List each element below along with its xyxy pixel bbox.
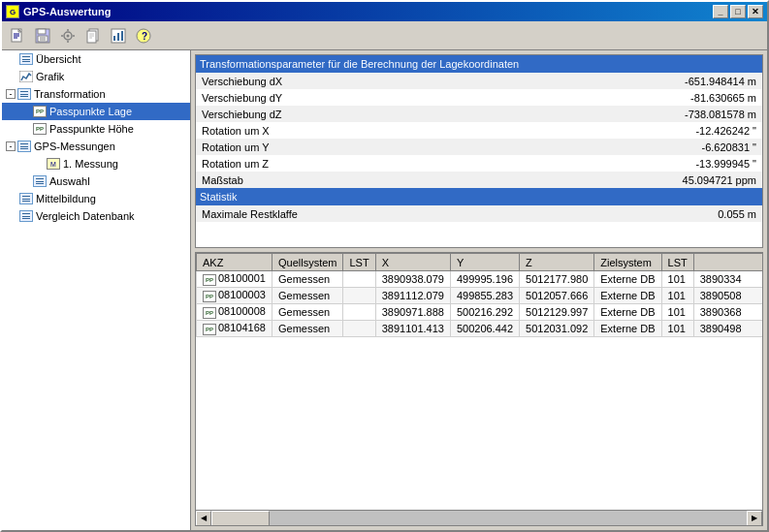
data-table: AKZ Quellsystem LST X Y Z Zielsystem LST	[196, 253, 762, 337]
cell-x: 3891112.079	[375, 288, 450, 304]
sidebar-label-transformation: Transformation	[34, 88, 106, 100]
messung-icon: M	[47, 157, 60, 171]
cell-z: 5012031.092	[520, 321, 594, 337]
cell-z: 5012057.666	[520, 288, 594, 304]
minimize-button[interactable]: _	[713, 5, 728, 18]
svg-rect-17	[87, 31, 96, 43]
svg-rect-27	[19, 71, 33, 82]
col-header-quellsystem[interactable]: Quellsystem	[272, 254, 343, 271]
info-value-roty: -6.620831 "	[701, 141, 756, 153]
sidebar-item-mittelbildung[interactable]: Mittelbildung	[2, 190, 190, 207]
table-row[interactable]: PP08100001Gemessen3890938.079499995.1965…	[197, 271, 763, 288]
col-header-x[interactable]: X	[375, 254, 450, 271]
right-panel: Transformationsparameter für die Berechn…	[191, 50, 767, 530]
gps-messungen-expander[interactable]: -	[6, 141, 16, 151]
info-panel-header: Transformationsparameter für die Berechn…	[196, 55, 762, 73]
svg-text:?: ?	[142, 31, 147, 42]
cell-akz: PP08100008	[197, 304, 272, 321]
cell-extra: 3890368	[693, 304, 762, 321]
col-header-lst[interactable]: LST	[343, 254, 375, 271]
cell-x: 3891101.413	[375, 321, 450, 337]
sidebar-label-grafik: Grafik	[36, 71, 64, 82]
cell-quellsystem: Gemessen	[272, 288, 343, 304]
col-header-extra[interactable]	[693, 254, 762, 271]
sidebar-label-auswahl: Auswahl	[49, 175, 90, 187]
table-row[interactable]: PP08100003Gemessen3891112.079499855.2835…	[197, 288, 763, 304]
table-scroll-wrapper[interactable]: AKZ Quellsystem LST X Y Z Zielsystem LST	[196, 253, 762, 510]
row-pp-icon: PP	[203, 307, 216, 319]
cell-lst2: 101	[661, 304, 693, 321]
cell-lst2: 101	[661, 271, 693, 288]
maximize-button[interactable]: □	[730, 5, 746, 18]
copy-button[interactable]	[81, 25, 105, 47]
auswahl-icon	[33, 174, 47, 188]
sidebar-label-messung-1: 1. Messung	[63, 158, 118, 170]
info-label-dz: Verschiebung dZ	[202, 109, 282, 120]
sidebar-item-messung-1[interactable]: M 1. Messung	[2, 155, 190, 172]
sidebar-item-passpunkte-hoehe[interactable]: PP Passpunkte Höhe	[2, 120, 190, 138]
info-panel: Transformationsparameter für die Berechn…	[195, 54, 763, 248]
horizontal-scrollbar[interactable]: ◀ ▶	[196, 510, 762, 525]
sidebar-label-gps-messungen: GPS-Messungen	[34, 141, 115, 152]
col-header-y[interactable]: Y	[450, 254, 519, 271]
cell-quellsystem: Gemessen	[272, 304, 343, 321]
close-button[interactable]: ✕	[748, 5, 763, 18]
table-row[interactable]: PP08104168Gemessen3891101.413500206.4425…	[197, 321, 763, 337]
cell-lst	[343, 271, 375, 288]
info-row-rotx: Rotation um X -12.426242 "	[196, 122, 762, 139]
sidebar-item-uebersicht[interactable]: Übersicht	[2, 50, 190, 68]
col-header-z[interactable]: Z	[520, 254, 594, 271]
info-value-dz: -738.081578 m	[685, 109, 756, 120]
info-row-rotz: Rotation um Z -13.999945 "	[196, 155, 762, 172]
info-label-dx: Verschiebung dX	[202, 76, 282, 87]
cell-extra: 3890498	[693, 321, 762, 337]
mittelbildung-icon	[19, 192, 33, 205]
svg-point-11	[67, 34, 70, 37]
cell-x: 3890971.888	[375, 304, 450, 321]
sidebar-label-passpunkte-lage: Passpunkte Lage	[49, 106, 132, 117]
save-button[interactable]	[31, 25, 54, 47]
passpunkte-hoehe-icon: PP	[33, 122, 47, 136]
sidebar-item-auswahl[interactable]: Auswahl	[2, 172, 190, 190]
scroll-right-button[interactable]: ▶	[747, 511, 762, 526]
main-window: G GPS-Auswertung _ □ ✕ ?	[0, 0, 769, 532]
svg-rect-24	[121, 31, 123, 41]
sidebar-item-vergleich-datenbank[interactable]: Vergleich Datenbank	[2, 207, 190, 225]
chart-button[interactable]	[107, 25, 130, 47]
svg-rect-22	[113, 36, 115, 41]
transformation-expander[interactable]: -	[6, 89, 16, 99]
transformation-icon	[17, 87, 31, 101]
svg-rect-23	[117, 33, 119, 41]
info-label-massstab: Maßstab	[202, 174, 243, 186]
row-pp-icon: PP	[203, 274, 216, 286]
col-header-lst2[interactable]: LST	[661, 254, 693, 271]
cell-lst	[343, 304, 375, 321]
list-icon	[19, 52, 33, 66]
sidebar-label-vergleich-datenbank: Vergleich Datenbank	[36, 210, 135, 222]
help-button[interactable]: ?	[132, 25, 155, 47]
scroll-track[interactable]	[211, 511, 747, 526]
table-row[interactable]: PP08100008Gemessen3890971.888500216.2925…	[197, 304, 763, 321]
sidebar-item-grafik[interactable]: Grafik	[2, 68, 190, 85]
cell-lst	[343, 288, 375, 304]
info-label-rotx: Rotation um X	[202, 125, 270, 137]
col-header-akz[interactable]: AKZ	[197, 254, 272, 271]
cell-zielsystem: Externe DB	[594, 288, 661, 304]
data-table-container: AKZ Quellsystem LST X Y Z Zielsystem LST	[195, 252, 763, 526]
settings-button[interactable]	[56, 25, 80, 47]
sidebar-item-gps-messungen[interactable]: - GPS-Messungen	[2, 138, 190, 155]
cell-akz: PP08100003	[197, 288, 272, 304]
info-row-dy: Verschiebung dY -81.630665 m	[196, 89, 762, 106]
scroll-thumb[interactable]	[211, 511, 270, 526]
cell-quellsystem: Gemessen	[272, 271, 343, 288]
toolbar: ?	[2, 21, 767, 50]
cell-y: 500206.442	[450, 321, 519, 337]
sidebar-item-transformation[interactable]: - Transformation	[2, 85, 190, 103]
info-row-roty: Rotation um Y -6.620831 "	[196, 139, 762, 155]
scroll-left-button[interactable]: ◀	[196, 511, 211, 526]
new-button[interactable]	[6, 25, 29, 47]
col-header-zielsystem[interactable]: Zielsystem	[594, 254, 661, 271]
row-pp-icon: PP	[203, 291, 216, 302]
app-icon: G	[6, 5, 19, 18]
sidebar-item-passpunkte-lage[interactable]: PP Passpunkte Lage	[2, 103, 190, 120]
